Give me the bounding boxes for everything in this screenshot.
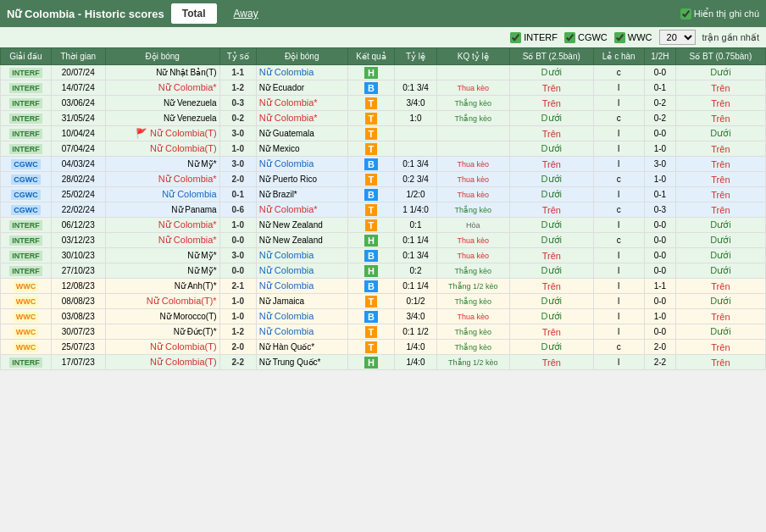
type-badge: CGWC [11, 159, 41, 169]
kq-label: Thắng kèo [455, 114, 492, 123]
cell-result: B [347, 248, 395, 263]
team1-name: Nữ Morocco(T) [105, 309, 219, 324]
tab-total[interactable]: Total [171, 3, 217, 24]
team1-name: Nữ Mỹ* [105, 157, 219, 172]
so-bt2-value: Dưới [710, 67, 730, 77]
cell-team2: Nữ Colombia [256, 157, 347, 172]
result-badge: T [365, 97, 378, 109]
cell-score: 0-0 [219, 233, 256, 248]
cell-half: 0-0 [644, 233, 675, 248]
show-notes-checkbox[interactable] [680, 8, 691, 19]
cell-ty-le: 0:1 [395, 218, 436, 233]
team2-name: Nữ New Zealand [256, 233, 347, 248]
filter-cgwc-checkbox[interactable] [564, 32, 575, 43]
table-row: INTERF10/04/24🚩 Nữ Colombia(T)3-0Nữ Guat… [1, 126, 766, 141]
cell-score: 2-0 [219, 172, 256, 187]
cell-team2: Nữ Colombia* [256, 96, 347, 111]
table-row: INTERF17/07/23Nữ Colombia(T)2-2Nữ Trung … [1, 355, 766, 370]
filter-wwc-checkbox[interactable] [614, 32, 625, 43]
cell-so-bt: Trên [509, 80, 593, 96]
cell-so-bt2: Trên [675, 80, 765, 96]
tab-away[interactable]: Away [224, 4, 269, 23]
cell-result: H [347, 263, 395, 279]
result-badge: B [364, 311, 378, 323]
cell-date: 14/07/24 [51, 80, 105, 96]
cell-kq-ty-le: Thắng kèo [436, 340, 509, 355]
cell-so-bt2: Trên [675, 202, 765, 218]
cell-half: 1-0 [644, 309, 675, 324]
so-bt-value: Trên [542, 251, 561, 261]
cell-type: CGWC [1, 157, 52, 172]
filter-interf-label[interactable]: INTERF [510, 32, 558, 43]
cell-so-bt2: Trên [675, 141, 765, 157]
table-row: WWC12/08/23Nữ Anh(T)*2-1Nữ ColombiaB0:1 … [1, 279, 766, 294]
so-bt-value: Trên [542, 327, 561, 337]
cell-le-c: c [593, 172, 644, 187]
cell-so-bt2: Dưới [675, 294, 765, 309]
so-bt-value: Dưới [541, 219, 562, 230]
cell-ty-le: 1 1/4:0 [395, 202, 436, 218]
cell-type: WWC [1, 324, 52, 340]
team1-name: Nữ Colombia [162, 189, 216, 199]
cell-le-c: c [593, 65, 644, 80]
cell-le-c: I [593, 218, 644, 233]
cell-le-c: c [593, 111, 644, 126]
cell-result: T [347, 96, 395, 111]
cell-type: CGWC [1, 187, 52, 202]
filter-wwc-label[interactable]: WWC [614, 32, 652, 43]
col-so-bt-075: Số BT (0.75bàn) [675, 48, 765, 65]
cell-le-c: I [593, 96, 644, 111]
col-half: 1/2H [644, 48, 675, 65]
kq-label: Thắng kèo [455, 343, 492, 352]
type-badge: INTERF [9, 251, 42, 261]
cell-result: T [347, 294, 395, 309]
cell-half: 0-2 [644, 96, 675, 111]
cell-team2: Nữ Colombia* [256, 202, 347, 218]
so-bt-value: Trên [542, 83, 561, 93]
cell-half: 0-0 [644, 248, 675, 263]
table-row: WWC30/07/23Nữ Đức(T)*1-2Nữ ColombiaT0:1 … [1, 324, 766, 340]
team1-name: Nữ Colombia(T) [150, 357, 217, 367]
cell-score: 3-0 [219, 248, 256, 263]
cell-date: 03/12/23 [51, 233, 105, 248]
team1-name: Nữ Venezuela [105, 96, 219, 111]
team1-name: Nữ Mỹ* [105, 248, 219, 263]
filter-cgwc-label[interactable]: CGWC [564, 32, 608, 43]
cell-score: 2-2 [219, 355, 256, 370]
so-bt2-value: Trên [711, 312, 730, 322]
cell-result: T [347, 172, 395, 187]
cell-score: 0-0 [219, 263, 256, 279]
table-row: INTERF03/12/23Nữ Colombia*0-0Nữ New Zeal… [1, 233, 766, 248]
cell-team2: Nữ Colombia [256, 65, 347, 80]
result-badge: T [365, 143, 378, 155]
table-row: WWC25/07/23Nữ Colombia(T)2-0Nữ Hàn Quốc*… [1, 340, 766, 355]
show-notes-checkbox-label[interactable]: Hiển thị ghi chú [680, 8, 759, 19]
team1-name: Nữ Anh(T)* [105, 279, 219, 294]
cell-score: 1-0 [219, 294, 256, 309]
cell-score: 0-1 [219, 187, 256, 202]
main-container: Nữ Colombia - Historic scores Total Away… [0, 0, 766, 370]
col-ty-so: Tỷ số [219, 48, 256, 65]
filter-interf-checkbox[interactable] [510, 32, 521, 43]
type-badge: INTERF [9, 144, 42, 154]
cell-team1: Nữ Colombia(T) [105, 141, 219, 157]
rows-per-page-select[interactable]: 10 20 30 50 [659, 30, 696, 45]
cell-type: INTERF [1, 263, 52, 279]
cell-result: T [347, 126, 395, 141]
so-bt-value: Trên [542, 98, 561, 108]
cell-ty-le: 1/4:0 [395, 340, 436, 355]
cell-ty-le: 0:1 1/4 [395, 279, 436, 294]
cell-date: 22/02/24 [51, 202, 105, 218]
team2-name: Nữ Jamaica [256, 294, 347, 309]
col-doi-bong2: Đội bóng [256, 48, 347, 65]
cell-result: T [347, 340, 395, 355]
cell-kq-ty-le: Thua kèo [436, 309, 509, 324]
cell-type: WWC [1, 294, 52, 309]
cell-kq-ty-le [436, 141, 509, 157]
table-row: INTERF07/04/24Nữ Colombia(T)1-0Nữ Mexico… [1, 141, 766, 157]
cell-date: 25/02/24 [51, 187, 105, 202]
table-header-row: Giải đấu Thời gian Đội bóng Tỷ số Đội bó… [1, 48, 766, 65]
cell-score: 1-0 [219, 141, 256, 157]
kq-label: Thua kèo [458, 191, 490, 199]
cell-so-bt: Dưới [509, 340, 593, 355]
